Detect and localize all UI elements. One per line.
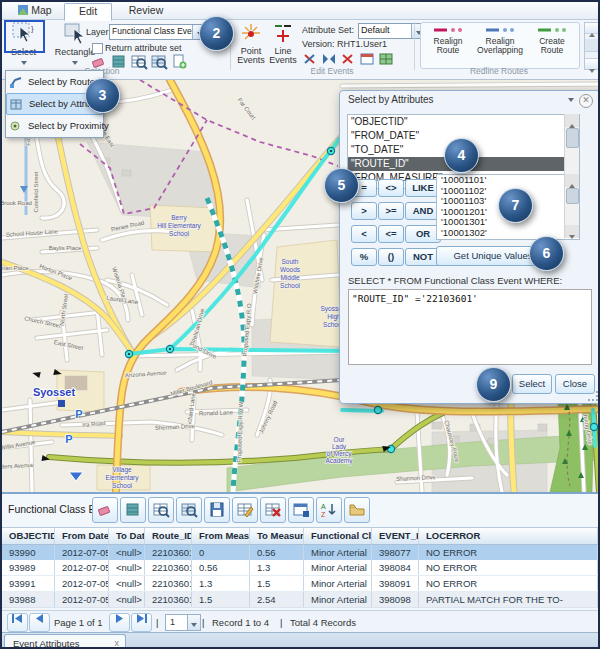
column-header-functional-class[interactable]: Functional Class: [304, 528, 372, 544]
page-status: Page 1 of 1: [54, 617, 103, 628]
delete-selected-button[interactable]: [260, 497, 286, 523]
operator-button-[interactable]: <: [351, 225, 377, 243]
layer-combobox[interactable]: Functional Class Event: [109, 24, 207, 40]
select-rectangle-button[interactable]: [120, 497, 146, 523]
point-events-button[interactable]: Point Events: [236, 22, 266, 65]
table-cell: 22103601: [145, 592, 192, 607]
separator: |: [202, 617, 204, 628]
place-label: Syosset: [33, 386, 76, 398]
operator-button-[interactable]: <=: [378, 225, 404, 243]
dialog-select-button[interactable]: Select: [512, 374, 552, 394]
column-header-locerror[interactable]: LOCERROR: [419, 528, 598, 544]
zoom-to-feature-button[interactable]: [176, 497, 202, 523]
column-header-route-id[interactable]: Route_ID: [145, 528, 192, 544]
table-cell: 93989: [2, 560, 55, 575]
scroll-down-icon[interactable]: [585, 58, 598, 69]
operator-button-[interactable]: %: [351, 248, 377, 266]
first-page-button[interactable]: [7, 613, 28, 632]
next-page-button[interactable]: [109, 613, 130, 632]
column-header-event-id[interactable]: EVENT_ID: [372, 528, 419, 544]
tab-edit[interactable]: Edit: [64, 3, 112, 21]
unique-value-item[interactable]: '10001302': [437, 228, 579, 239]
dialog-menu-caret-icon[interactable]: [568, 98, 574, 102]
zoom-to-selection-button[interactable]: [148, 497, 174, 523]
tab-map[interactable]: Map: [10, 3, 60, 18]
table-row[interactable]: 939882012-07-05<null>221036011.52.54Mino…: [2, 592, 598, 608]
unique-value-item[interactable]: '10001101': [437, 175, 579, 186]
values-scrollbar[interactable]: [564, 174, 579, 238]
column-header-to-measure[interactable]: To Measure: [250, 528, 304, 544]
school-label: School: [169, 230, 189, 237]
last-page-button[interactable]: [131, 613, 152, 632]
map-tab-icon: [18, 5, 28, 15]
zoomsel-icon[interactable]: [130, 56, 148, 73]
field-item[interactable]: "OBJECTID": [348, 115, 579, 129]
street-label: Colefield Street: [33, 171, 39, 212]
version-label: Version: RHT1.User1: [302, 39, 387, 49]
street-label: Ronald Lane: [199, 409, 234, 416]
table-cell: 1.5: [250, 576, 304, 591]
dialog-resize-grip[interactable]: [588, 391, 598, 401]
operator-button-[interactable]: <>: [378, 179, 404, 197]
attribute-set-combobox[interactable]: Default: [358, 23, 426, 39]
table-cell: Minor Arterial: [304, 560, 372, 575]
menu-item-label: Select by Proximity: [28, 120, 109, 131]
column-header-to-date[interactable]: To Date: [109, 528, 145, 544]
realign-overlapping-icon: [485, 26, 515, 34]
clear-selection-button[interactable]: [92, 497, 118, 523]
scrollbar-thumb[interactable]: [585, 39, 598, 52]
ribbon: Map Edit Review } Select Rectangle Layer…: [2, 2, 598, 80]
create-route-button[interactable]: Create Route: [530, 26, 574, 55]
realign-route-button[interactable]: Realign Route: [426, 26, 470, 55]
line-events-button[interactable]: Line Events: [268, 22, 298, 65]
ribbon-scrollbar[interactable]: [584, 22, 599, 70]
table-cell: NO ERROR: [419, 560, 598, 575]
table-cell: 22103601: [145, 576, 192, 591]
tab-close-icon[interactable]: x: [115, 635, 120, 649]
tab-review[interactable]: Review: [120, 3, 172, 18]
school-label: School: [112, 482, 132, 489]
table-row[interactable]: 939912012-07-05<null>221036011.31.5Minor…: [2, 576, 598, 592]
pagination-bar: Page 1 of 1 | 1 | Record 1 to 4 | Total …: [2, 610, 598, 633]
realign-overlapping-button[interactable]: Realign Overlapping: [472, 26, 528, 55]
table-row[interactable]: 939902012-07-05<null>2210360100.56Minor …: [2, 545, 598, 560]
table-cell: <null>: [109, 576, 145, 591]
attribute-window-button[interactable]: [288, 497, 314, 523]
pagplus-icon[interactable]: [170, 56, 188, 73]
column-header-from-date[interactable]: From Date: [55, 528, 109, 544]
operator-button-[interactable]: >=: [378, 202, 404, 220]
menu-item-select-by-proximity[interactable]: Select by Proximity: [6, 115, 103, 137]
dialog-close-icon[interactable]: ✕: [579, 94, 593, 108]
table-toolbar: Functional Class Event AZ: [2, 494, 598, 526]
callout-badge-7: 7: [498, 188, 533, 223]
column-header-from-measure[interactable]: From Measure: [192, 528, 250, 544]
edit-attributes-button[interactable]: [232, 497, 258, 523]
return-attribute-set-label: Return attribute set: [105, 43, 182, 53]
realign-overlapping-label: Realign Overlapping: [477, 36, 523, 55]
table-cell: 2012-07-05: [55, 576, 109, 591]
select-dropdown-caret-icon: [21, 61, 27, 65]
school-label: School: [280, 282, 300, 289]
tab-event-attributes[interactable]: Event Attributes x: [4, 634, 126, 649]
prev-page-button[interactable]: [29, 613, 50, 632]
table-cell: 93990: [2, 545, 55, 560]
column-header-objectid[interactable]: OBJECTID: [2, 528, 55, 544]
table-cell: 1.3: [192, 576, 250, 591]
scroll-up-icon[interactable]: [585, 23, 598, 34]
edit-events-group-label: Edit Events: [302, 66, 362, 76]
where-clause-textarea[interactable]: "ROUTE_ID" ='22103601': [348, 289, 592, 365]
export-records-button[interactable]: [344, 497, 370, 523]
operator-button-[interactable]: >: [351, 202, 377, 220]
zoomsel2-icon[interactable]: [150, 56, 168, 73]
operator-button-[interactable]: (): [378, 248, 404, 266]
attribute-table-panel: Functional Class Event AZ OBJECTIDFrom D…: [2, 492, 598, 634]
svg-text:Z: Z: [321, 511, 326, 518]
page-number-value: 1: [170, 617, 175, 627]
page-number-select[interactable]: 1: [165, 614, 201, 631]
table-row[interactable]: 939892012-07-05<null>221036010.561.3Mino…: [2, 560, 598, 576]
school-label: Village: [112, 466, 132, 474]
svg-text:A: A: [321, 503, 326, 510]
save-edits-button[interactable]: [204, 497, 230, 523]
sort-records-button[interactable]: AZ: [316, 497, 342, 523]
grid-icon[interactable]: [378, 52, 394, 69]
